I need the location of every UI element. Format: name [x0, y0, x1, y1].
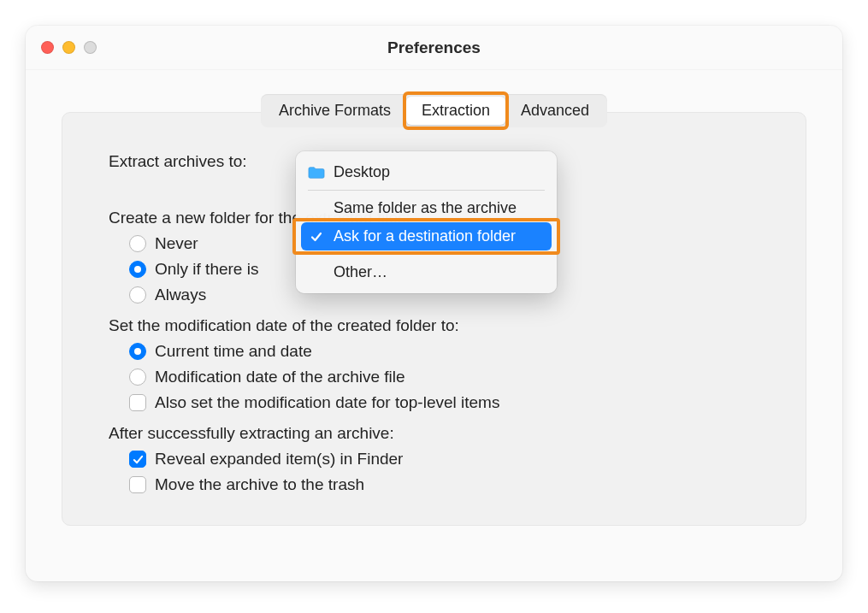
menu-item-same-folder[interactable]: Same folder as the archive [296, 194, 557, 222]
tab-extraction-label: Extraction [422, 102, 490, 119]
checkbox-move-trash[interactable]: Move the archive to the trash [129, 475, 759, 494]
checkbox-icon [129, 476, 146, 493]
preferences-window: Preferences Archive Formats Extraction A… [26, 26, 842, 581]
menu-item-ask-label: Ask for a destination folder [334, 227, 516, 245]
radio-icon [129, 286, 146, 304]
radio-icon [129, 343, 146, 360]
close-window-button[interactable] [41, 41, 54, 54]
after-extract-group: Reveal expanded item(s) in Finder Move t… [129, 450, 759, 494]
radio-archive-label: Modification date of the archive file [155, 368, 405, 386]
checkmark-icon [308, 231, 325, 243]
traffic-lights [41, 41, 97, 54]
radio-never-label: Never [155, 234, 198, 253]
tab-group: Archive Formats Extraction Advanced [261, 94, 607, 127]
titlebar: Preferences [26, 26, 842, 70]
menu-item-same-label: Same folder as the archive [334, 199, 517, 217]
checkbox-icon [129, 394, 146, 411]
checkbox-trash-label: Move the archive to the trash [155, 475, 364, 494]
radio-icon [129, 261, 146, 278]
checkbox-also-set[interactable]: Also set the modification date for top-l… [129, 393, 759, 412]
mod-date-label: Set the modification date of the created… [109, 316, 759, 335]
radio-current-time[interactable]: Current time and date [129, 342, 759, 361]
folder-icon [308, 165, 325, 180]
menu-separator [308, 254, 545, 255]
window-title: Preferences [26, 38, 842, 57]
mod-date-group: Current time and date Modification date … [129, 342, 759, 412]
menu-item-other[interactable]: Other… [296, 258, 557, 286]
radio-only-if-label: Only if there is [155, 260, 258, 279]
checkbox-reveal-finder[interactable]: Reveal expanded item(s) in Finder [129, 450, 759, 469]
radio-icon [129, 235, 146, 252]
menu-item-other-label: Other… [334, 263, 387, 281]
tab-archive-formats[interactable]: Archive Formats [263, 97, 406, 125]
extract-to-dropdown-menu: Desktop Same folder as the archive Ask f… [296, 151, 557, 293]
zoom-window-button[interactable] [84, 41, 97, 54]
tab-extraction[interactable]: Extraction [406, 97, 505, 125]
menu-item-desktop-label: Desktop [334, 163, 390, 181]
tab-advanced[interactable]: Advanced [505, 97, 605, 125]
after-extract-label: After successfully extracting an archive… [109, 424, 759, 443]
content: Archive Formats Extraction Advanced Extr… [26, 70, 842, 550]
radio-always-label: Always [155, 286, 206, 304]
radio-current-label: Current time and date [155, 342, 312, 361]
menu-separator [308, 190, 545, 191]
menu-item-ask-destination[interactable]: Ask for a destination folder [301, 222, 552, 251]
checkbox-icon [129, 451, 146, 468]
checkbox-also-label: Also set the modification date for top-l… [155, 393, 499, 412]
radio-archive-date[interactable]: Modification date of the archive file [129, 368, 759, 386]
menu-item-desktop[interactable]: Desktop [296, 158, 557, 186]
checkbox-reveal-label: Reveal expanded item(s) in Finder [155, 450, 403, 469]
radio-icon [129, 368, 146, 386]
minimize-window-button[interactable] [62, 41, 75, 54]
